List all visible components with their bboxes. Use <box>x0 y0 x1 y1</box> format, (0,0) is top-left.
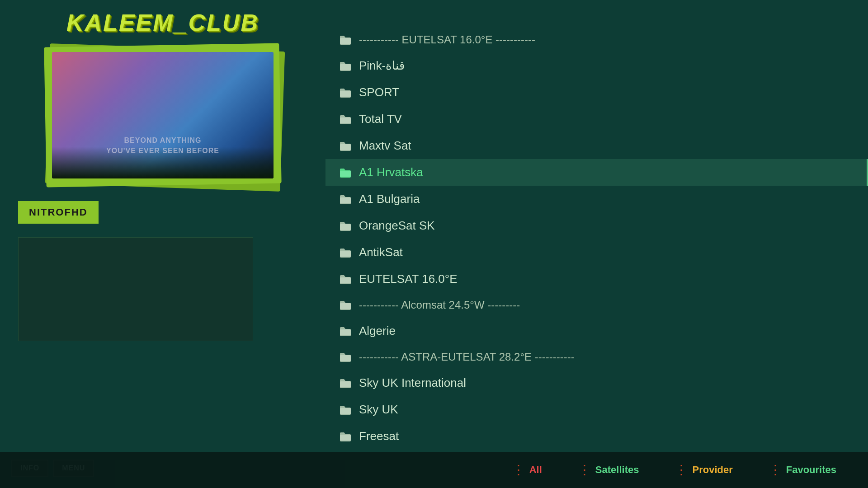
svg-rect-1 <box>340 64 351 70</box>
folder-icon <box>339 114 352 124</box>
channel-name: A1 Hrvatska <box>359 165 423 179</box>
svg-rect-10 <box>340 303 351 309</box>
preview-text: BEYOND ANYTHING YOU'VE EVER SEEN BEFORE <box>106 136 219 156</box>
channel-name: Total TV <box>359 112 402 126</box>
preview-line1: BEYOND ANYTHING <box>106 136 219 145</box>
channel-item-1[interactable]: ----------- EUTELSAT 16.0°E ----------- <box>326 27 868 52</box>
nav-favourites-label: Favourites <box>786 464 836 476</box>
channel-list-panel: ----------- EUTELSAT 16.0°E ----------- … <box>326 0 868 452</box>
channel-item-11[interactable]: ----------- Alcomsat 24.5°W --------- <box>326 292 868 318</box>
svg-rect-3 <box>340 117 351 123</box>
channel-item-14[interactable]: Sky UK International <box>326 370 868 396</box>
channel-item-16[interactable]: Freesat <box>326 423 868 450</box>
channel-item-8[interactable]: OrangeSat SK <box>326 212 868 239</box>
channel-item-6[interactable]: A1 Hrvatska <box>326 159 868 186</box>
nav-sat-dots: ⋮ <box>578 464 592 476</box>
channel-item-12[interactable]: Algerie <box>326 318 868 344</box>
channel-item-2[interactable]: Pink-قناة <box>326 52 868 79</box>
logo-container: KALEEM_CLUB <box>66 9 259 36</box>
channel-item-4[interactable]: Total TV <box>326 106 868 132</box>
channel-item-10[interactable]: EUTELSAT 16.0°E <box>326 266 868 292</box>
nav-provider-label: Provider <box>692 464 732 476</box>
svg-rect-8 <box>340 251 351 257</box>
channel-name: Algerie <box>359 324 396 338</box>
folder-icon <box>339 61 352 71</box>
folder-icon <box>339 248 352 258</box>
svg-rect-13 <box>340 381 351 387</box>
channel-name: EUTELSAT 16.0°E <box>359 272 458 286</box>
folder-icon <box>339 35 352 45</box>
nav-fav-dots: ⋮ <box>769 464 783 476</box>
svg-rect-9 <box>340 277 351 283</box>
channel-name: Sky UK <box>359 403 398 417</box>
channel-item-15[interactable]: Sky UK <box>326 396 868 423</box>
app-title: KALEEM_CLUB <box>66 9 259 36</box>
folder-icon <box>339 88 352 98</box>
channel-badge: NITROFHD <box>18 201 99 224</box>
channel-name: Maxtv Sat <box>359 139 411 153</box>
folder-icon <box>339 405 352 415</box>
svg-rect-6 <box>340 197 351 203</box>
channel-name: AntikSat <box>359 245 403 259</box>
channel-item-13[interactable]: ----------- ASTRA-EUTELSAT 28.2°E ------… <box>326 344 868 370</box>
svg-rect-7 <box>340 224 351 230</box>
channel-name: Pink-قناة <box>359 59 405 73</box>
folder-icon <box>339 326 352 336</box>
tv-screen: BEYOND ANYTHING YOU'VE EVER SEEN BEFORE <box>52 52 274 178</box>
folder-icon <box>339 378 352 388</box>
channel-list: ----------- EUTELSAT 16.0°E ----------- … <box>326 27 868 452</box>
nav-all[interactable]: ⋮ All <box>494 464 560 476</box>
folder-icon <box>339 168 352 178</box>
nav-provider[interactable]: ⋮ Provider <box>657 464 750 476</box>
info-area <box>18 237 253 341</box>
channel-item-9[interactable]: AntikSat <box>326 239 868 266</box>
folder-icon <box>339 352 352 362</box>
nav-satellites[interactable]: ⋮ Satellites <box>560 464 657 476</box>
svg-rect-14 <box>340 408 351 414</box>
channel-name: SPORT <box>359 85 399 99</box>
channel-name: ----------- Alcomsat 24.5°W --------- <box>359 299 520 311</box>
svg-rect-12 <box>340 355 351 361</box>
svg-rect-0 <box>340 38 351 44</box>
nav-all-dots: ⋮ <box>512 464 526 476</box>
nav-bar: ⋮ All ⋮ Satellites ⋮ Provider ⋮ Favourit… <box>0 452 868 488</box>
channel-item-7[interactable]: A1 Bulgaria <box>326 186 868 212</box>
svg-rect-11 <box>340 329 351 335</box>
preview-line2: YOU'VE EVER SEEN BEFORE <box>106 146 219 156</box>
folder-icon <box>339 194 352 204</box>
channel-name: ----------- EUTELSAT 16.0°E ----------- <box>359 33 535 46</box>
nav-prov-dots: ⋮ <box>675 464 689 476</box>
channel-name: Sky UK International <box>359 376 466 390</box>
folder-icon <box>339 300 352 310</box>
folder-icon <box>339 432 352 441</box>
left-panel: KALEEM_CLUB BEYOND ANYTHING YOU'VE EVER … <box>0 0 326 488</box>
folder-icon <box>339 221 352 231</box>
tv-frame: BEYOND ANYTHING YOU'VE EVER SEEN BEFORE <box>43 43 283 188</box>
channel-name: ----------- ASTRA-EUTELSAT 28.2°E ------… <box>359 351 575 363</box>
channel-item-3[interactable]: SPORT <box>326 79 868 106</box>
folder-icon <box>339 274 352 284</box>
channel-name: OrangeSat SK <box>359 219 435 233</box>
channel-name: A1 Bulgaria <box>359 192 420 206</box>
channel-item-5[interactable]: Maxtv Sat <box>326 132 868 159</box>
nav-all-label: All <box>529 464 542 476</box>
nav-favourites[interactable]: ⋮ Favourites <box>751 464 854 476</box>
channel-name: Freesat <box>359 429 399 443</box>
nav-satellites-label: Satellites <box>595 464 639 476</box>
svg-rect-5 <box>340 171 351 177</box>
svg-rect-4 <box>340 144 351 150</box>
folder-icon <box>339 141 352 151</box>
svg-rect-2 <box>340 91 351 97</box>
svg-rect-15 <box>340 435 351 441</box>
